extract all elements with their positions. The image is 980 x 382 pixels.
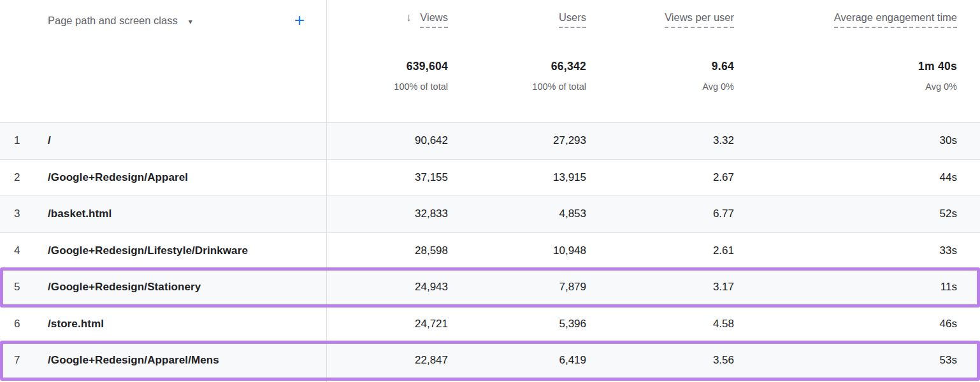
views-per-user-value: 3.32 [586, 134, 734, 147]
views-value: 28,598 [327, 244, 448, 257]
column-total-cell: 66,342 100% of total [448, 60, 586, 92]
column-label: Users [559, 11, 586, 28]
views-value: 37,155 [327, 171, 448, 184]
dimension-selector[interactable]: Page path and screen class ▾ [48, 15, 192, 27]
dimension-header-cell: Page path and screen class ▾ + [0, 11, 327, 29]
column-header-views[interactable]: ↓ Views [406, 11, 448, 24]
dimension-cell: 2 /Google+Redesign/Apparel [0, 171, 327, 184]
views-value: 90,642 [327, 134, 448, 147]
column-header-avg_engagement_time[interactable]: Average engagement time [834, 11, 957, 24]
column-total-subtext: Avg 0% [734, 81, 957, 92]
views-value: 24,943 [327, 281, 448, 294]
dimension-label: Page path and screen class [48, 15, 178, 27]
avg-engagement-time-value: 33s [734, 244, 980, 257]
avg-engagement-time-value: 44s [734, 171, 980, 184]
users-value: 6,419 [448, 354, 586, 367]
table-row: 1 / 90,642 27,293 3.32 30s [0, 122, 980, 159]
users-value: 5,396 [448, 318, 586, 330]
column-header-cell: Users [448, 11, 586, 29]
column-label: Views per user [665, 11, 734, 28]
sort-descending-icon: ↓ [406, 11, 412, 24]
column-divider [326, 0, 327, 382]
dimension-cell: 5 /Google+Redesign/Stationery [0, 281, 327, 294]
views-per-user-value: 6.77 [586, 208, 734, 220]
table-body: 1 / 90,642 27,293 3.32 30s 2 /Google+Red… [0, 122, 980, 379]
column-label: Average engagement time [834, 11, 957, 28]
table-header: Page path and screen class ▾ + ↓ Views U… [0, 0, 980, 122]
views-per-user-value: 2.67 [586, 171, 734, 184]
views-per-user-value: 3.56 [586, 354, 734, 367]
dimension-cell: 1 / [0, 134, 327, 147]
dimension-cell: 7 /Google+Redesign/Apparel/Mens [0, 354, 327, 367]
column-header-cell: Average engagement time [734, 11, 980, 29]
row-index: 5 [14, 281, 48, 294]
views-per-user-value: 3.17 [586, 281, 734, 294]
column-total-subtext: 100% of total [327, 81, 448, 92]
table-row: 6 /store.html 24,721 5,396 4.58 46s [0, 306, 980, 343]
views-per-user-value: 2.61 [586, 244, 734, 257]
users-value: 7,879 [448, 281, 586, 294]
dimension-cell: 3 /basket.html [0, 208, 327, 220]
column-total-cell: 9.64 Avg 0% [586, 60, 734, 92]
avg-engagement-time-value: 46s [734, 318, 980, 330]
column-header-users[interactable]: Users [559, 11, 586, 24]
views-value: 22,847 [327, 354, 448, 367]
page-path: /Google+Redesign/Apparel [48, 171, 188, 184]
table-row: 4 /Google+Redesign/Lifestyle/Drinkware 2… [0, 232, 980, 269]
users-value: 10,948 [448, 244, 586, 257]
page-path: /store.html [48, 318, 104, 330]
column-total-value: 9.64 [586, 60, 734, 73]
table-row: 2 /Google+Redesign/Apparel 37,155 13,915… [0, 159, 980, 196]
row-index: 7 [14, 354, 48, 367]
column-header-row: Page path and screen class ▾ + ↓ Views U… [0, 11, 980, 29]
users-value: 27,293 [448, 134, 586, 147]
page-path: /Google+Redesign/Lifestyle/Drinkware [48, 244, 248, 257]
column-label: Views [420, 11, 448, 28]
avg-engagement-time-value: 11s [734, 281, 980, 294]
column-header-cell: ↓ Views [327, 11, 448, 29]
column-total-value: 66,342 [448, 60, 586, 73]
totals-row: 639,604 100% of total 66,342 100% of tot… [0, 60, 980, 92]
avg-engagement-time-value: 53s [734, 354, 980, 367]
column-total-value: 1m 40s [734, 60, 957, 73]
column-total-cell: 639,604 100% of total [327, 60, 448, 92]
page-path: /basket.html [48, 208, 112, 220]
row-index: 3 [14, 208, 48, 220]
page-path: /Google+Redesign/Apparel/Mens [48, 354, 219, 367]
column-header-cell: Views per user [586, 11, 734, 29]
dimension-cell: 4 /Google+Redesign/Lifestyle/Drinkware [0, 244, 327, 257]
column-total-subtext: 100% of total [448, 81, 586, 92]
chevron-down-icon: ▾ [189, 16, 192, 25]
row-index: 1 [14, 134, 48, 147]
analytics-pages-table: Page path and screen class ▾ + ↓ Views U… [0, 0, 980, 382]
column-total-cell: 1m 40s Avg 0% [734, 60, 980, 92]
users-value: 13,915 [448, 171, 586, 184]
views-value: 32,833 [327, 208, 448, 220]
page-path: /Google+Redesign/Stationery [48, 281, 201, 294]
views-value: 24,721 [327, 318, 448, 330]
table-row: 3 /basket.html 32,833 4,853 6.77 52s [0, 195, 980, 232]
views-per-user-value: 4.58 [586, 318, 734, 330]
dimension-cell: 6 /store.html [0, 318, 327, 330]
column-total-value: 639,604 [327, 60, 448, 73]
users-value: 4,853 [448, 208, 586, 220]
table-row: 7 /Google+Redesign/Apparel/Mens 22,847 6… [0, 342, 980, 379]
row-index: 4 [14, 244, 48, 257]
avg-engagement-time-value: 52s [734, 208, 980, 220]
row-index: 6 [14, 318, 48, 330]
table-row: 5 /Google+Redesign/Stationery 24,943 7,8… [0, 269, 980, 306]
totals-spacer [0, 60, 327, 92]
avg-engagement-time-value: 30s [734, 134, 980, 147]
add-column-button[interactable]: + [294, 11, 305, 29]
page-path: / [48, 134, 51, 147]
column-header-views_per_user[interactable]: Views per user [665, 11, 734, 24]
column-total-subtext: Avg 0% [586, 81, 734, 92]
row-index: 2 [14, 171, 48, 184]
